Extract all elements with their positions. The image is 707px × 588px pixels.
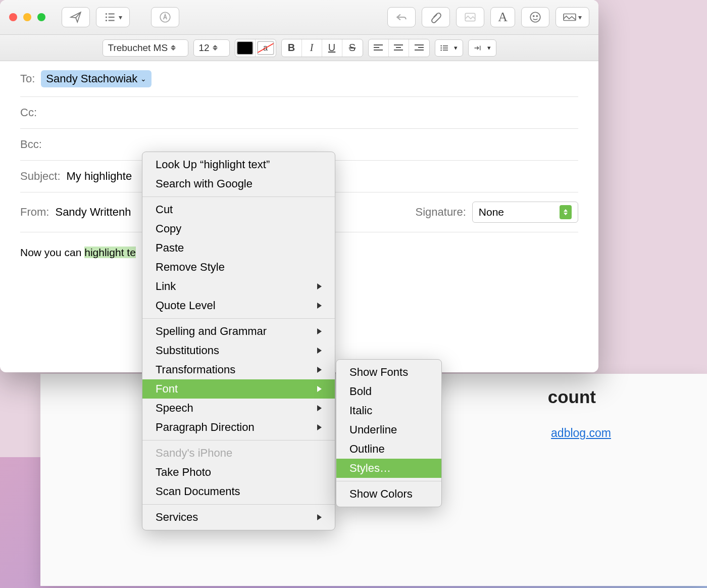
submenu-outline[interactable]: Outline [336, 439, 441, 459]
bold-button[interactable]: B [282, 39, 302, 57]
photo-browser-button[interactable] [456, 7, 484, 27]
window-controls [9, 13, 45, 21]
style-group: B I U S [281, 39, 363, 57]
submenu-arrow-icon [317, 514, 322, 520]
menu-separator [336, 481, 441, 481]
align-left-button[interactable] [369, 39, 389, 57]
svg-rect-5 [109, 20, 115, 21]
menu-separator [142, 318, 335, 319]
svg-point-21 [440, 45, 442, 46]
format-button[interactable]: A [490, 7, 515, 27]
menu-paragraph-direction[interactable]: Paragraph Direction [142, 418, 335, 437]
menu-copy[interactable]: Copy [142, 219, 335, 238]
font-size-select[interactable]: 12 [193, 39, 230, 57]
image-size-button[interactable]: ▾ [556, 7, 589, 27]
menu-substitutions[interactable]: Substitutions [142, 341, 335, 360]
menu-remove-style[interactable]: Remove Style [142, 258, 335, 277]
menu-separator [142, 504, 335, 505]
font-family-value: Trebuchet MS [108, 42, 168, 54]
reply-button[interactable] [387, 7, 416, 27]
recipient-name: Sandy Stachowiak [46, 72, 137, 85]
submenu-arrow-icon [317, 367, 322, 373]
bcc-input[interactable] [48, 138, 578, 151]
titlebar: ▾ A ▾ [0, 0, 598, 35]
bullet-list-icon [440, 44, 448, 52]
close-button[interactable] [9, 13, 17, 21]
body-text-before: Now you can [20, 247, 84, 258]
svg-point-23 [440, 47, 442, 48]
submenu-italic[interactable]: Italic [336, 401, 441, 420]
svg-point-8 [530, 12, 540, 22]
align-group [368, 39, 430, 57]
header-fields-button[interactable]: ▾ [96, 7, 130, 27]
menu-separator [142, 197, 335, 197]
to-field-row[interactable]: To: Sandy Stachowiak ⌄ [20, 61, 578, 97]
submenu-arrow-icon [317, 405, 322, 411]
indent-button[interactable]: ▾ [468, 39, 496, 57]
italic-button[interactable]: I [302, 39, 322, 57]
to-label: To: [20, 72, 35, 85]
menu-scan-documents[interactable]: Scan Documents [142, 482, 335, 501]
menu-font[interactable]: Font [142, 379, 335, 399]
text-color-button[interactable] [235, 39, 256, 57]
emoji-button[interactable] [521, 7, 549, 27]
photo-rect-icon [464, 11, 477, 24]
send-button[interactable] [62, 7, 90, 27]
menu-separator [142, 440, 335, 440]
chevron-down-icon: ▾ [578, 13, 582, 21]
subject-label: Subject: [20, 170, 61, 183]
menu-paste[interactable]: Paste [142, 238, 335, 258]
menu-spelling[interactable]: Spelling and Grammar [142, 322, 335, 341]
menu-services[interactable]: Services [142, 508, 335, 527]
recipient-token[interactable]: Sandy Stachowiak ⌄ [41, 70, 152, 87]
menu-quote-level[interactable]: Quote Level [142, 296, 335, 315]
cc-input[interactable] [43, 106, 578, 119]
attach-button[interactable] [422, 7, 450, 27]
bcc-label: Bcc: [20, 138, 42, 151]
stepper-icon [213, 45, 218, 51]
align-center-button[interactable] [389, 39, 409, 57]
menu-search-google[interactable]: Search with Google [142, 174, 335, 193]
list-style-button[interactable]: ▾ [435, 39, 463, 57]
submenu-styles[interactable]: Styles… [336, 459, 441, 478]
bg-color-button[interactable]: a [256, 39, 276, 57]
svg-point-10 [536, 16, 537, 17]
markup-button[interactable] [151, 7, 179, 27]
align-right-button[interactable] [409, 39, 429, 57]
menu-transformations[interactable]: Transformations [142, 360, 335, 379]
image-icon [563, 13, 576, 22]
strikethrough-button[interactable]: S [342, 39, 363, 57]
bg-link-fragment[interactable]: adblog.com [511, 426, 611, 440]
chevron-down-icon: ▾ [119, 13, 122, 21]
submenu-underline[interactable]: Underline [336, 420, 441, 439]
svg-rect-1 [109, 13, 115, 14]
list-icon [104, 11, 117, 24]
from-label: From: [20, 206, 49, 219]
menu-link[interactable]: Link [142, 277, 335, 296]
font-family-select[interactable]: Trebuchet MS [103, 39, 188, 57]
paperclip-icon [429, 11, 442, 24]
cc-field-row[interactable]: Cc: [20, 97, 578, 129]
submenu-arrow-icon [317, 386, 322, 392]
menu-device-header: Sandy's iPhone [142, 444, 335, 463]
font-submenu: Show Fonts Bold Italic Underline Outline… [336, 359, 442, 507]
zoom-button[interactable] [37, 13, 45, 21]
chevron-down-icon: ▾ [487, 44, 491, 52]
menu-cut[interactable]: Cut [142, 200, 335, 219]
menu-speech[interactable]: Speech [142, 399, 335, 418]
signature-select[interactable]: None [472, 202, 578, 223]
submenu-arrow-icon [317, 283, 322, 289]
signature-value: None [479, 206, 504, 218]
svg-rect-22 [443, 45, 448, 46]
menu-take-photo[interactable]: Take Photo [142, 463, 335, 482]
text-format-icon: A [498, 10, 508, 25]
from-value[interactable]: Sandy Writtenh [55, 206, 131, 219]
bg-title-fragment: count [508, 379, 596, 407]
minimize-button[interactable] [23, 13, 31, 21]
submenu-show-fonts[interactable]: Show Fonts [336, 363, 441, 382]
menu-lookup[interactable]: Look Up “highlight text” [142, 155, 335, 174]
submenu-show-colors[interactable]: Show Colors [336, 484, 441, 504]
underline-button[interactable]: U [322, 39, 342, 57]
submenu-bold[interactable]: Bold [336, 382, 441, 401]
reply-icon [395, 11, 408, 24]
